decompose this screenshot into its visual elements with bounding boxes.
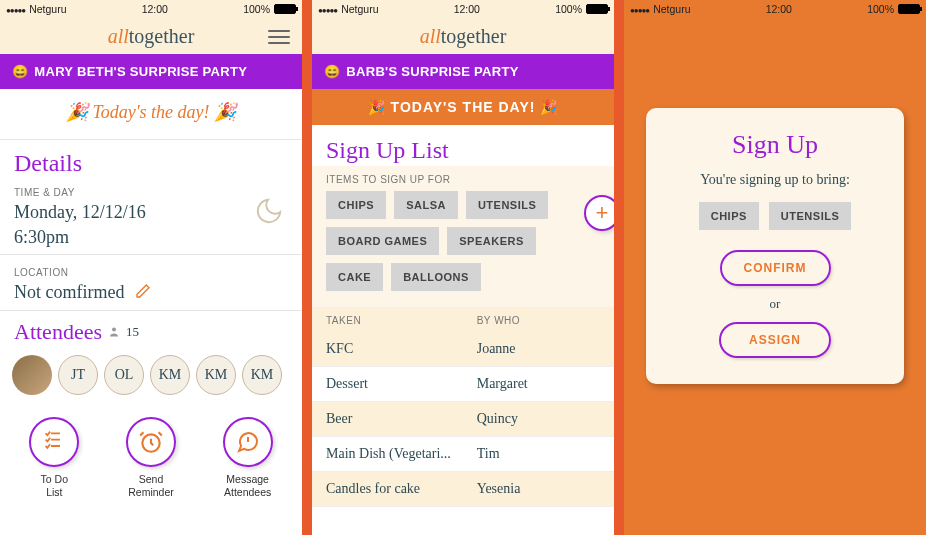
carrier-label: Netguru — [341, 3, 378, 15]
modal-title: Sign Up — [732, 130, 818, 160]
attendees-count: 15 — [126, 324, 139, 340]
selected-chip[interactable]: CHIPS — [699, 202, 759, 230]
table-row[interactable]: KFC Joanne — [312, 332, 614, 367]
selected-chip[interactable]: UTENSILS — [769, 202, 851, 230]
status-bar: Netguru 12:00 100% — [624, 0, 926, 18]
status-bar: Netguru 12:00 100% — [0, 0, 302, 18]
avatar-list[interactable]: JT OL KM KM KM — [0, 351, 302, 399]
app-header: alltogether — [312, 18, 614, 54]
signal-dots-icon — [318, 3, 337, 15]
avatar[interactable]: KM — [150, 355, 190, 395]
battery-percent: 100% — [243, 3, 270, 15]
todo-list-button[interactable]: To DoList — [14, 417, 94, 498]
signup-chip[interactable]: BALLOONS — [391, 263, 481, 291]
clock-label: 12:00 — [454, 3, 480, 15]
event-time: 6:30pm — [0, 225, 302, 250]
avatar[interactable]: OL — [104, 355, 144, 395]
banner-emoji-icon: 😄 — [12, 64, 28, 79]
attendees-heading: Attendees — [14, 319, 102, 345]
event-banner: 😄 MARY BETH'S SURPRISE PARTY — [0, 54, 302, 89]
message-alert-icon — [223, 417, 273, 467]
details-heading: Details — [0, 144, 302, 179]
app-logo: alltogether — [420, 25, 507, 48]
send-reminder-button[interactable]: SendReminder — [111, 417, 191, 498]
col-bywho: BY WHO — [477, 315, 600, 326]
confirm-button[interactable]: CONFIRM — [720, 250, 831, 286]
battery-icon — [586, 4, 608, 14]
banner-title: BARB'S SURPRISE PARTY — [346, 64, 518, 79]
battery-icon — [898, 4, 920, 14]
battery-icon — [274, 4, 296, 14]
taken-table: KFC Joanne Dessert Margaret Beer Quincy … — [312, 332, 614, 507]
signup-chip[interactable]: SALSA — [394, 191, 458, 219]
list-check-icon — [29, 417, 79, 467]
screen-signup-list: Netguru 12:00 100% alltogether 😄 BARB'S … — [312, 0, 614, 535]
avatar[interactable]: KM — [242, 355, 282, 395]
location-label: LOCATION — [0, 259, 302, 280]
hamburger-menu-icon[interactable] — [268, 26, 290, 48]
col-taken: TAKEN — [326, 315, 477, 326]
banner-emoji-icon: 😄 — [324, 64, 340, 79]
assign-button[interactable]: ASSIGN — [719, 322, 831, 358]
alarm-clock-icon — [126, 417, 176, 467]
svg-point-0 — [112, 328, 116, 332]
table-row[interactable]: Dessert Margaret — [312, 367, 614, 402]
battery-percent: 100% — [555, 3, 582, 15]
today-callout: 🎉 Today's the day! 🎉 — [0, 89, 302, 135]
clock-label: 12:00 — [766, 3, 792, 15]
edit-pencil-icon[interactable] — [135, 283, 151, 304]
today-callout: 🎉 TODAY'S THE DAY! 🎉 — [312, 89, 614, 125]
moon-icon — [254, 196, 284, 226]
signal-dots-icon — [6, 3, 25, 15]
carrier-label: Netguru — [653, 3, 690, 15]
items-label: ITEMS TO SIGN UP FOR — [312, 166, 614, 187]
selected-chips: CHIPS UTENSILS — [699, 202, 852, 230]
message-attendees-button[interactable]: MessageAttendees — [208, 417, 288, 498]
app-header: alltogether — [0, 18, 302, 54]
avatar[interactable]: KM — [196, 355, 236, 395]
screen-event-details: Netguru 12:00 100% alltogether 😄 MARY BE… — [0, 0, 302, 535]
signup-chip[interactable]: SPEAKERS — [447, 227, 536, 255]
event-banner: 😄 BARB'S SURPRISE PARTY — [312, 54, 614, 89]
signup-chip[interactable]: UTENSILS — [466, 191, 548, 219]
screen-signup-modal: Netguru 12:00 100% Sign Up You're signin… — [624, 0, 926, 535]
status-bar: Netguru 12:00 100% — [312, 0, 614, 18]
signup-modal: Sign Up You're signing up to bring: CHIP… — [646, 108, 904, 384]
table-row[interactable]: Main Dish (Vegetari... Tim — [312, 437, 614, 472]
person-icon — [108, 326, 120, 338]
signup-chip[interactable]: CAKE — [326, 263, 383, 291]
table-row[interactable]: Candles for cake Yesenia — [312, 472, 614, 507]
table-row[interactable]: Beer Quincy — [312, 402, 614, 437]
modal-subtitle: You're signing up to bring: — [700, 172, 850, 188]
signup-chip[interactable]: BOARD GAMES — [326, 227, 439, 255]
battery-percent: 100% — [867, 3, 894, 15]
or-divider: or — [770, 296, 781, 312]
signup-list-heading: Sign Up List — [312, 125, 614, 166]
signup-chips: CHIPS SALSA UTENSILS BOARD GAMES SPEAKER… — [312, 187, 614, 301]
location-value[interactable]: Not comfirmed — [0, 280, 302, 306]
signal-dots-icon — [630, 3, 649, 15]
banner-title: MARY BETH'S SURPRISE PARTY — [34, 64, 247, 79]
add-item-button[interactable]: + — [584, 195, 614, 231]
signup-chip[interactable]: CHIPS — [326, 191, 386, 219]
avatar[interactable]: JT — [58, 355, 98, 395]
clock-label: 12:00 — [142, 3, 168, 15]
carrier-label: Netguru — [29, 3, 66, 15]
app-logo: alltogether — [108, 25, 195, 48]
avatar[interactable] — [12, 355, 52, 395]
taken-table-header: TAKEN BY WHO — [312, 307, 614, 332]
